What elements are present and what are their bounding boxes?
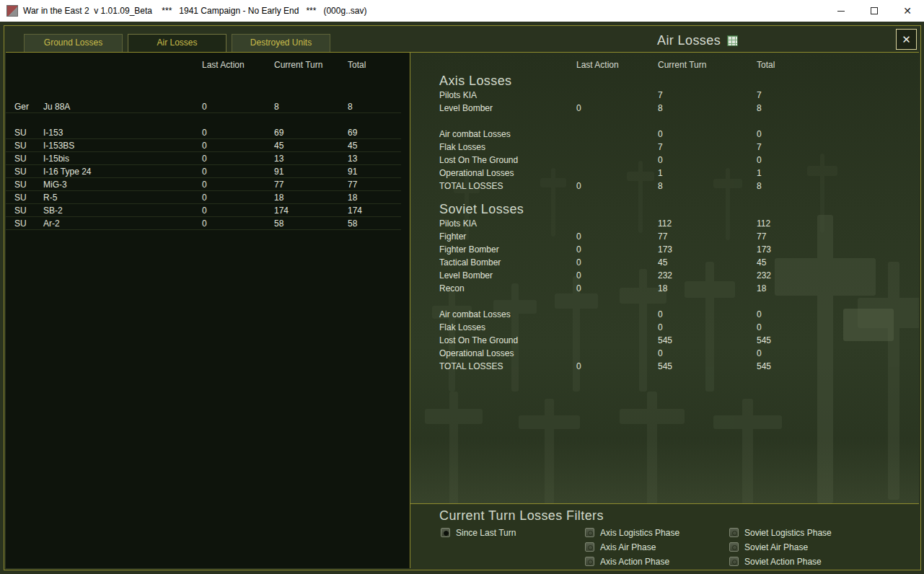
loss-label: Flak Losses <box>439 322 576 332</box>
losses-tabs: Ground Losses Air Losses Destroyed Units <box>24 34 330 52</box>
loss-label: Air combat Losses <box>439 129 576 139</box>
current-turn-value: 7 <box>658 142 757 152</box>
loss-label: Fighter Bomber <box>439 244 576 255</box>
loss-label: Fighter <box>439 231 576 242</box>
total-value: 8 <box>757 103 919 113</box>
soviet-action-phase-checkbox[interactable] <box>729 557 739 566</box>
filter-axis-action-phase[interactable]: Axis Action Phase <box>585 557 679 566</box>
axis-air-phase-checkbox[interactable] <box>585 542 594 552</box>
filter-label: Axis Air Phase <box>600 542 656 552</box>
filter-label: Since Last Turn <box>456 528 516 538</box>
loss-label: TOTAL LOSSES <box>439 361 576 371</box>
aircraft-losses-panel: Last Action Current Turn Total Ger Ju 88… <box>6 53 410 568</box>
current-turn-value: 1 <box>658 168 757 178</box>
aircraft-label: I-153BS <box>43 141 202 151</box>
table-row: SU I-153BS 0 45 45 <box>6 139 401 152</box>
loss-row: Level Bomber 0 8 8 <box>410 102 919 115</box>
last-action-value: 0 <box>576 231 658 242</box>
screen-close-button[interactable]: ✕ <box>896 29 917 50</box>
soviet-logistics-phase-checkbox[interactable] <box>729 528 739 537</box>
last-action-value: 0 <box>202 128 274 138</box>
total-value: 173 <box>757 244 919 255</box>
last-action-value: 0 <box>202 102 274 112</box>
total-value: 232 <box>757 270 919 281</box>
loss-label: Lost On The Ground <box>439 335 576 345</box>
close-icon: ✕ <box>903 6 912 16</box>
current-turn-value: 173 <box>658 244 757 255</box>
col-current-turn: Current Turn <box>274 60 348 70</box>
aircraft-label: I-16 Type 24 <box>43 167 202 177</box>
nation-label: Ger <box>14 102 43 112</box>
nation-label: SU <box>14 128 43 138</box>
row-spacer <box>410 295 919 308</box>
loss-label: Level Bomber <box>439 270 576 281</box>
table-row: SU MiG-3 0 77 77 <box>6 178 401 191</box>
row-spacer <box>410 115 919 128</box>
window-close-button[interactable]: ✕ <box>891 0 924 22</box>
last-action-value: 0 <box>576 257 658 268</box>
total-value: 45 <box>348 141 401 151</box>
current-turn-value: 0 <box>658 309 757 319</box>
last-action-value: 0 <box>576 283 658 293</box>
loss-row: Tactical Bomber 0 45 45 <box>410 256 919 269</box>
current-turn-value: 174 <box>274 206 348 216</box>
total-value: 13 <box>348 154 401 164</box>
filter-axis-air-phase[interactable]: Axis Air Phase <box>585 542 679 552</box>
current-turn-value: 0 <box>658 348 757 358</box>
filter-soviet-action-phase[interactable]: Soviet Action Phase <box>729 557 832 566</box>
table-row: SU R-5 0 18 18 <box>6 191 401 204</box>
loss-row: Operational Losses 1 1 <box>410 167 919 180</box>
axis-action-phase-checkbox[interactable] <box>585 557 594 566</box>
filter-label: Axis Logistics Phase <box>600 528 679 538</box>
aircraft-label: MiG-3 <box>43 180 202 190</box>
since-last-turn-radio[interactable] <box>441 528 450 537</box>
col-total: Total <box>757 60 919 71</box>
col-last-action: Last Action <box>576 60 658 71</box>
nation-label: SU <box>14 167 43 177</box>
tab-air-losses[interactable]: Air Losses <box>128 34 226 52</box>
maximize-button[interactable] <box>858 0 891 22</box>
total-value: 77 <box>348 180 401 190</box>
soviet-losses-heading: Soviet Losses <box>410 201 919 217</box>
top-bar: Ground Losses Air Losses Destroyed Units… <box>4 26 920 52</box>
filter-column-soviet: Soviet Logistics Phase Soviet Air Phase … <box>729 528 832 566</box>
current-turn-value: 77 <box>658 231 757 242</box>
loss-label: Pilots KIA <box>439 218 576 229</box>
filter-since-last-turn[interactable]: Since Last Turn <box>441 528 516 537</box>
loss-row: Fighter 0 77 77 <box>410 230 919 243</box>
filter-soviet-logistics-phase[interactable]: Soviet Logistics Phase <box>729 528 832 537</box>
total-value: 545 <box>757 361 919 371</box>
tab-destroyed-units[interactable]: Destroyed Units <box>232 34 330 52</box>
minimize-button[interactable] <box>824 0 858 22</box>
loss-row: Air combat Losses 0 0 <box>410 308 919 321</box>
loss-row: Lost On The Ground 0 0 <box>410 154 919 167</box>
losses-summary-panel: Last Action Current Turn Total Axis Loss… <box>410 53 919 503</box>
total-value: 58 <box>348 218 401 229</box>
nation-label: SU <box>14 154 43 164</box>
nation-label: SU <box>14 206 43 216</box>
last-action-value: 0 <box>202 167 274 177</box>
axis-logistics-phase-checkbox[interactable] <box>585 528 594 537</box>
last-action-value: 0 <box>202 193 274 203</box>
window-controls: ✕ <box>824 0 924 22</box>
content-area: Last Action Current Turn Total Ger Ju 88… <box>6 52 919 568</box>
right-table-header: Last Action Current Turn Total <box>410 60 919 71</box>
tab-ground-losses[interactable]: Ground Losses <box>24 34 123 52</box>
last-action-value: 0 <box>576 244 658 255</box>
page-title: Air Losses <box>657 33 738 48</box>
filter-soviet-air-phase[interactable]: Soviet Air Phase <box>729 542 832 552</box>
col-last-action: Last Action <box>202 60 274 70</box>
total-value: 8 <box>757 181 919 191</box>
total-value: 7 <box>757 142 919 152</box>
loss-label: Lost On The Ground <box>439 155 576 165</box>
current-turn-value: 545 <box>658 335 757 345</box>
current-turn-value: 0 <box>658 129 757 139</box>
filter-axis-logistics-phase[interactable]: Axis Logistics Phase <box>585 528 679 537</box>
spreadsheet-icon[interactable] <box>727 35 738 46</box>
filter-label: Axis Action Phase <box>600 557 669 567</box>
table-row: SU I-153 0 69 69 <box>6 126 401 139</box>
soviet-air-phase-checkbox[interactable] <box>729 542 739 552</box>
loss-row: Flak Losses 7 7 <box>410 141 919 154</box>
loss-row: Pilots KIA 112 112 <box>410 217 919 230</box>
page-title-text: Air Losses <box>657 33 721 48</box>
